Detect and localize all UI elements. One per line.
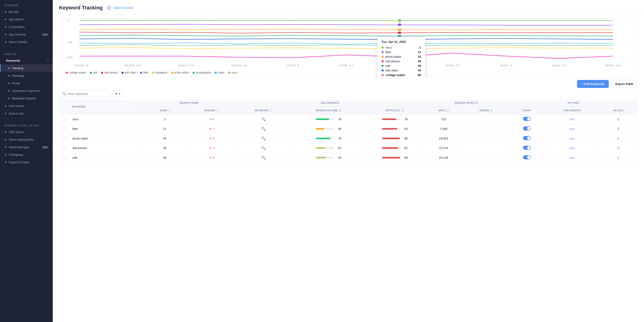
sidebar-item-tracking[interactable]: Tracking: [0, 64, 53, 72]
sidebar-item-metadata-explorer[interactable]: Metadata Explorer: [0, 95, 53, 102]
keywords-group[interactable]: Keywords ▾: [0, 57, 53, 64]
page-title: Keyword Tracking: [59, 5, 103, 11]
live-search-link[interactable]: Live: [569, 146, 575, 150]
sidebar-item-rankings[interactable]: Rankings: [0, 72, 53, 79]
sidebar-item-competitors[interactable]: Competitors: [0, 23, 53, 31]
legend-label-edit-video: edit video: [125, 71, 136, 74]
metadata-search-icon[interactable]: 🔍: [261, 136, 266, 140]
legend-item-edit-video[interactable]: edit video: [122, 71, 136, 74]
chart-area[interactable]: 1 40 80: [59, 18, 637, 69]
row-chart-toggle[interactable]: [509, 114, 545, 124]
delete-icon[interactable]: 🗑: [617, 117, 620, 121]
table-wrap: KEYWORD SEARCH RANK ASO INSIGHTS SEARCH …: [53, 99, 644, 169]
row-live-search[interactable]: Live: [544, 143, 599, 153]
sidebar-item-my-app[interactable]: My App: [0, 8, 53, 15]
row-chart-toggle[interactable]: [509, 153, 545, 163]
sidebar-item-finder[interactable]: Finder: [0, 79, 53, 87]
sidebar-item-competitor-keywords[interactable]: Competitor Keywords: [0, 87, 53, 95]
row-delete[interactable]: 🗑: [599, 153, 638, 163]
row-checkbox[interactable]: [62, 137, 66, 140]
filter-button[interactable]: ▼ ▾: [112, 90, 123, 97]
legend-item-photography[interactable]: photography: [192, 71, 211, 74]
legend-item-edit-photos[interactable]: edit photos: [101, 71, 118, 74]
sidebar-item-import-export[interactable]: Import & Export: [0, 158, 53, 166]
sidebar-item-store-visibility[interactable]: Store Visibility: [0, 38, 53, 46]
row-owner: [464, 114, 509, 124]
row-checkbox[interactable]: [62, 117, 66, 121]
metadata-search-icon[interactable]: 🔍: [261, 156, 266, 160]
watch-tutorial-button[interactable]: ▶ Watch tutorial: [106, 4, 133, 11]
chart-toggle[interactable]: [523, 126, 531, 131]
legend-dot-instagram: [152, 72, 154, 74]
row-chart-toggle[interactable]: [509, 143, 545, 153]
sidebar-item-app-metrics[interactable]: App Metrics: [0, 15, 53, 23]
legend-item-collage-maker[interactable]: collage maker: [66, 71, 86, 74]
row-live-search[interactable]: Live: [544, 114, 599, 124]
search-input[interactable]: [68, 92, 106, 95]
sidebar-item-store-listing-editor[interactable]: Store Listing Editor: [0, 136, 53, 143]
difficulty-help-icon[interactable]: ?: [401, 109, 404, 112]
delete-icon[interactable]: 🗑: [617, 127, 620, 131]
sidebar-item-label: Changelog: [9, 153, 23, 156]
aso-insights-group-header: ASO INSIGHTS: [236, 99, 424, 107]
metadata-help-icon[interactable]: ?: [270, 109, 272, 112]
row-search-volume: 46: [291, 124, 366, 134]
delete-icon[interactable]: 🗑: [617, 136, 620, 140]
dot-icon: [5, 18, 6, 20]
chart-toggle[interactable]: [523, 146, 531, 150]
search-volume-help-icon[interactable]: ?: [339, 109, 342, 112]
row-owner: [464, 134, 509, 143]
sidebar-item-media-manager[interactable]: Media Manager Beta: [0, 143, 53, 151]
change-help-icon[interactable]: ?: [216, 109, 219, 112]
sidebar-item-aso-score[interactable]: ASO Score: [0, 128, 53, 136]
metadata-search-icon[interactable]: 🔍: [261, 117, 266, 121]
live-search-link[interactable]: Live: [569, 117, 575, 121]
delete-icon[interactable]: 🗑: [617, 146, 620, 150]
add-keywords-button[interactable]: + Add Keywords: [577, 80, 609, 88]
row-delete[interactable]: 🗑: [599, 143, 638, 153]
tooltip-date: Tue, Apr 21, 2020: [382, 40, 421, 43]
row-checkbox[interactable]: [62, 127, 66, 131]
row-owner: [464, 143, 509, 153]
chart-toggle[interactable]: [523, 155, 531, 159]
row-search-volume: 74: [291, 114, 366, 124]
sidebar-item-live-search[interactable]: Live Search: [0, 102, 53, 110]
row-live-search[interactable]: Live: [544, 124, 599, 134]
chart-toggle[interactable]: [523, 136, 531, 140]
row-live-search[interactable]: Live: [544, 134, 599, 143]
apps-help-icon[interactable]: ?: [446, 109, 449, 112]
legend-item-filter[interactable]: filter: [140, 71, 148, 74]
delete-icon[interactable]: 🗑: [617, 156, 620, 160]
legend-item-instagram[interactable]: instagram: [152, 71, 168, 74]
metadata-search-icon[interactable]: 🔍: [261, 127, 266, 131]
chart-toggle[interactable]: [523, 117, 531, 121]
row-checkbox[interactable]: [62, 146, 66, 150]
row-live-search[interactable]: Live: [544, 153, 599, 163]
row-change: ▼ 3: [187, 124, 236, 134]
row-delete[interactable]: 🗑: [599, 114, 638, 124]
search-wrap[interactable]: 🔍: [59, 90, 110, 97]
sidebar-item-changelog[interactable]: Changelog: [0, 151, 53, 158]
row-chart-toggle[interactable]: [509, 134, 545, 143]
legend-item-photo-editor[interactable]: photo editor: [171, 71, 189, 74]
rank-help-icon[interactable]: ?: [168, 109, 172, 112]
overview-section-label: OVERVIEW: [0, 0, 53, 8]
metadata-search-icon[interactable]: 🔍: [261, 146, 266, 150]
sidebar-item-app-timeline[interactable]: App Timeline Beta: [0, 31, 53, 38]
row-checkbox[interactable]: [62, 156, 66, 159]
owner-help-icon[interactable]: ?: [490, 109, 493, 112]
live-search-link[interactable]: Live: [569, 127, 575, 131]
row-chart-toggle[interactable]: [509, 124, 545, 134]
row-search-volume: 51: [291, 143, 366, 153]
search-icon: 🔍: [62, 92, 66, 95]
legend-item-video[interactable]: video: [215, 71, 224, 74]
sidebar-item-search-ads[interactable]: Search Ads: [0, 110, 53, 117]
legend-item-edit[interactable]: edit: [90, 71, 98, 74]
live-search-link[interactable]: Live: [569, 156, 575, 159]
dot-icon: [5, 154, 6, 155]
export-table-button[interactable]: Export Table: [611, 80, 638, 88]
live-search-link[interactable]: Live: [569, 137, 575, 140]
row-delete[interactable]: 🗑: [599, 124, 638, 134]
legend-item-vsco[interactable]: vsco: [228, 71, 237, 74]
row-delete[interactable]: 🗑: [599, 134, 638, 143]
